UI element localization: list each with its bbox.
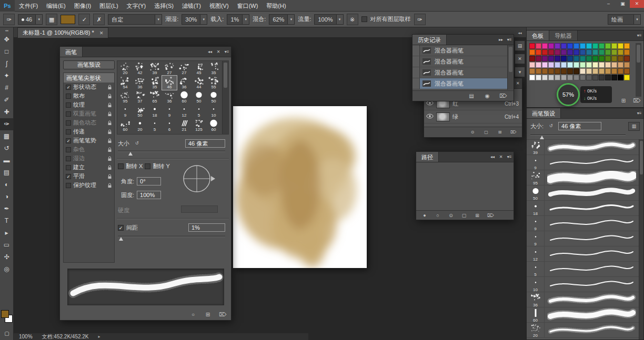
brush-option-checkbox[interactable] — [66, 165, 71, 170]
menu-item-7[interactable]: 视图(V) — [205, 0, 233, 12]
quick-mask-button[interactable]: ▢ — [2, 329, 12, 338]
color-swatch[interactable] — [599, 43, 605, 49]
paths-panel-tab[interactable]: 路径 — [416, 152, 439, 162]
history-panel-tab[interactable]: 历史记录 — [412, 35, 447, 45]
color-swatch[interactable] — [624, 56, 630, 61]
path-mask-button[interactable]: ▢ — [460, 210, 468, 221]
brush-option-checkbox[interactable] — [66, 111, 71, 117]
color-swatch[interactable] — [561, 56, 567, 61]
collapsed-panel-icon-3[interactable]: ▾ — [515, 67, 525, 77]
history-brush-tool[interactable]: ↺ — [0, 142, 13, 154]
color-swatch[interactable] — [592, 56, 598, 61]
brush-tip-39[interactable]: 39 — [147, 61, 162, 76]
delete-brush-button[interactable]: ⌦ — [218, 311, 227, 319]
close-button[interactable]: ✕ — [630, 0, 644, 8]
color-swatch[interactable] — [624, 68, 630, 74]
panel-menu-icon[interactable]: ▾≡ — [223, 47, 231, 57]
brush-tip-60[interactable]: 60 — [206, 118, 221, 132]
size-value-field[interactable]: 46 像素 — [185, 139, 225, 148]
brush-tip-20[interactable]: 20 — [133, 118, 147, 132]
brush-option-10[interactable]: ✓平滑 — [64, 172, 114, 181]
brush-preset-item[interactable]: 18 — [527, 201, 639, 216]
color-swatch[interactable] — [611, 68, 617, 74]
healing-brush-tool[interactable]: ✚ — [0, 106, 13, 118]
color-swatch[interactable] — [580, 43, 586, 49]
color-swatch[interactable] — [624, 43, 630, 49]
menu-item-2[interactable]: 图像(I) — [70, 0, 95, 12]
brush-tip-50[interactable]: 50 — [192, 90, 206, 104]
color-swatch[interactable] — [611, 62, 617, 68]
brush-tip-36[interactable]: 36 — [177, 76, 192, 90]
color-swatch[interactable] — [605, 43, 611, 49]
lasso-tool[interactable]: ʃ — [0, 58, 13, 70]
canvas-document[interactable] — [233, 106, 367, 268]
blur-tool[interactable]: ◐ — [0, 179, 13, 191]
brush-tip-27[interactable]: 27 — [177, 61, 192, 76]
brush-preset-item[interactable]: 9 — [527, 216, 639, 231]
color-swatch[interactable] — [592, 68, 598, 74]
color-swatch[interactable] — [536, 43, 541, 49]
menu-item-4[interactable]: 文字(Y) — [123, 0, 150, 12]
lock-icon[interactable] — [107, 94, 112, 99]
color-swatch[interactable] — [536, 56, 541, 61]
eyedropper-tool[interactable]: ✐ — [0, 94, 13, 106]
clone-stamp-tool[interactable]: ▩ — [0, 130, 13, 142]
dropdown-arrow-icon[interactable]: ▾ — [35, 15, 42, 24]
brush-tip-45[interactable]: 45 — [192, 61, 206, 76]
color-swatch[interactable] — [586, 68, 592, 74]
color-swatch[interactable] — [529, 62, 535, 68]
size-slider[interactable] — [118, 149, 225, 155]
brush-tip-shape-item[interactable]: 画笔笔尖形状 — [64, 73, 114, 83]
color-swatch[interactable] — [548, 75, 554, 80]
color-swatch[interactable] — [548, 62, 554, 68]
panel-close-icon[interactable]: ✕ — [514, 78, 522, 88]
brush-tip-36[interactable]: 36 — [133, 76, 147, 90]
brush-tip-27[interactable]: 27 — [162, 61, 177, 76]
brush-panel-tab[interactable]: 画笔 — [60, 47, 83, 57]
current-brush-load-swatch[interactable] — [61, 15, 75, 24]
brush-option-checkbox[interactable] — [66, 120, 71, 126]
spacing-field[interactable]: 1% — [188, 223, 225, 232]
spacing-checkbox[interactable]: ✓ — [118, 225, 124, 231]
history-state[interactable]: 混合器画笔 — [412, 78, 507, 89]
flip-y-checkbox[interactable] — [145, 163, 150, 169]
color-swatch[interactable] — [542, 75, 548, 80]
brush-preset-picker[interactable]: 46 ▾ — [18, 14, 43, 25]
slider-thumb[interactable] — [128, 152, 133, 156]
brush-tip-60[interactable]: 60 — [177, 90, 192, 104]
lock-icon[interactable] — [107, 102, 112, 108]
color-swatch[interactable] — [580, 62, 586, 68]
brush-tip-50[interactable]: 50 — [133, 104, 147, 118]
brush-tip-95[interactable]: 95 — [118, 90, 133, 104]
color-swatch[interactable] — [536, 62, 541, 68]
menu-item-8[interactable]: 窗口(W) — [233, 0, 263, 12]
panel-menu-icon[interactable]: ▾≡ — [635, 30, 643, 40]
color-swatch[interactable] — [586, 49, 592, 55]
brush-presets-button[interactable]: 画笔预设 — [63, 60, 115, 69]
brush-option-3[interactable]: 双重画笔 — [64, 109, 114, 118]
angle-field[interactable]: 0° — [137, 177, 161, 186]
brush-option-4[interactable]: 颜色动态 — [64, 118, 114, 127]
color-swatch[interactable] — [618, 49, 623, 55]
brush-tool[interactable]: ✑ — [0, 118, 13, 130]
zoom-tool[interactable]: ◎ — [0, 263, 13, 275]
brush-tip-50[interactable]: 50 — [206, 90, 221, 104]
new-swatch-button[interactable]: ⊞ — [619, 96, 628, 106]
lock-icon[interactable] — [107, 85, 112, 90]
dock-collapse-icon[interactable]: ◂◂ — [515, 30, 525, 36]
color-swatch[interactable] — [605, 62, 611, 68]
visibility-eye-icon[interactable] — [426, 114, 434, 120]
panel-collapse-icon[interactable]: ▸▸ — [497, 35, 505, 45]
color-swatch[interactable] — [573, 49, 579, 55]
color-swatch[interactable] — [529, 49, 535, 55]
menu-item-0[interactable]: 文件(F) — [15, 0, 42, 12]
gradient-tool[interactable]: ▤ — [0, 167, 13, 179]
load-path-selection-button[interactable]: ⊙ — [447, 210, 455, 221]
history-brush-source-column[interactable] — [412, 67, 420, 78]
slider-thumb[interactable] — [119, 237, 123, 241]
color-swatch[interactable] — [573, 62, 579, 68]
brush-option-5[interactable]: 传递 — [64, 127, 114, 136]
brush-option-1[interactable]: 散布 — [64, 91, 114, 100]
dropdown-arrow-icon[interactable]: ▾ — [633, 15, 640, 24]
color-swatch[interactable] — [611, 56, 617, 61]
